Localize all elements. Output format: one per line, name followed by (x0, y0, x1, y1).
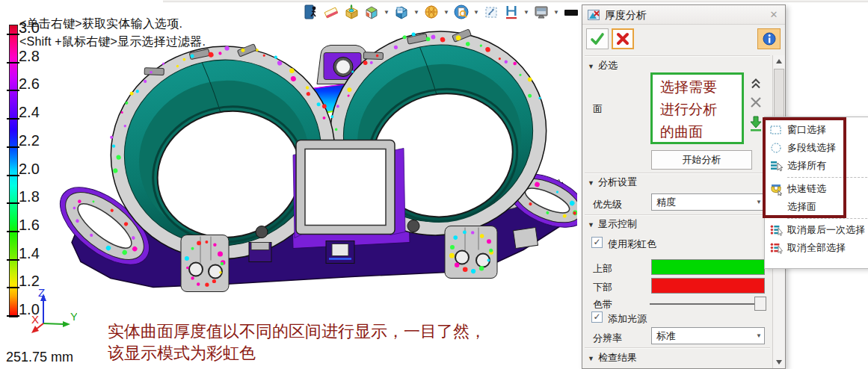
dropdown-arrow-icon[interactable]: ▼ (413, 3, 420, 21)
scroll-down-icon[interactable] (773, 356, 785, 368)
colorbar-tick (7, 175, 19, 176)
face-note-line-2: 进行分析 (660, 99, 742, 121)
section-display-control[interactable]: ▼显示控制 (588, 217, 637, 231)
band-label: 色带 (593, 298, 612, 311)
rainbow-checkbox-label: 使用彩虹色 (608, 238, 656, 251)
shaded-cube-icon[interactable] (363, 3, 381, 21)
separator (585, 214, 770, 216)
extrude-box-icon[interactable] (342, 3, 360, 21)
colorbar-label: 2.2 (19, 132, 55, 149)
colorbar-tick (7, 62, 19, 63)
cancel-x-icon (616, 32, 630, 46)
checkmark-icon: ✓ (593, 311, 600, 322)
collapse-triangle-icon: ▼ (588, 63, 594, 70)
colorbar-label: 2.0 (19, 161, 55, 178)
checkmark-icon: ✓ (593, 237, 600, 247)
exit-walk-icon[interactable] (302, 3, 320, 21)
light-checkbox-label: 添加光源 (608, 312, 647, 326)
rainbow-checkbox[interactable]: ✓ (591, 237, 603, 248)
fit-window-icon[interactable] (482, 3, 500, 21)
thickness-analysis-icon (588, 9, 600, 22)
view-toolbar: ▼ ▼ ▼ ▼ ▼ ▼ (302, 2, 582, 22)
section-analysis-settings[interactable]: ▼分析设置 (588, 176, 637, 189)
section-required[interactable]: ▼必选 (588, 59, 618, 72)
menu-highlight-annotation (763, 117, 846, 218)
undo-last-selection-icon (765, 223, 787, 237)
selection-options-icon[interactable] (748, 115, 763, 132)
info-icon (763, 32, 776, 46)
instrument-cluster-model (0, 0, 577, 344)
chevron-down-icon: ▼ (756, 194, 762, 210)
info-button[interactable] (757, 28, 781, 49)
application-window: <单击右键>获取实体输入选项. <Shift +鼠标右键>显示选择过滤器. 3.… (0, 0, 868, 369)
menu-separator (787, 218, 868, 219)
colorbar-label: 3.0 (19, 19, 55, 37)
priority-dropdown[interactable]: 精度 ▼ (651, 193, 765, 211)
band-slider-handle[interactable] (754, 297, 766, 311)
measure-distance-icon[interactable] (502, 3, 520, 21)
list-collapse-icon[interactable] (750, 78, 762, 90)
scroll-up-icon[interactable] (773, 55, 785, 67)
colorbar-label: 2.4 (19, 104, 55, 121)
undo-all-selection-icon (765, 241, 787, 255)
screw-boss (256, 226, 268, 238)
colorbar-tick (7, 287, 19, 288)
center-opening (296, 140, 395, 235)
annotation-line-2: 该显示模式为彩虹色 (108, 342, 486, 364)
upper-color-swatch[interactable] (651, 259, 765, 275)
resolution-label: 分辨率 (593, 332, 622, 345)
annotation-line-1: 实体曲面厚度值以不同的区间进行显示，一目了然， (108, 320, 486, 342)
colorbar-tick (7, 259, 19, 261)
colorbar-tick (7, 202, 19, 204)
viewport-3d[interactable]: <单击右键>获取实体输入选项. <Shift +鼠标右键>显示选择过滤器. 3.… (0, 0, 577, 369)
lower-label: 下部 (593, 281, 612, 294)
measurement-readout: 251.75 mm (6, 350, 73, 365)
wireframe-sphere-icon[interactable] (422, 3, 440, 21)
clear-selection-icon[interactable] (749, 96, 763, 109)
dropdown-arrow-icon[interactable]: ▼ (443, 3, 450, 21)
dropdown-arrow-icon[interactable]: ▼ (552, 3, 560, 21)
collapse-triangle-icon: ▼ (588, 179, 594, 187)
eraser-icon[interactable] (322, 3, 340, 21)
view-window-cube-icon[interactable] (393, 3, 410, 21)
face-label: 面 (593, 102, 603, 116)
ok-button[interactable] (586, 28, 609, 49)
light-checkbox[interactable]: ✓ (591, 311, 603, 323)
separator (585, 173, 770, 174)
colorbar-label: 1.8 (19, 188, 55, 205)
start-analysis-button[interactable]: 开始分析 (651, 150, 752, 170)
scrollbar-thumb[interactable] (774, 69, 784, 118)
minimized-bar-icon[interactable] (562, 3, 580, 21)
band-slider-track[interactable] (650, 303, 756, 305)
screw-boss (407, 220, 419, 232)
dropdown-arrow-icon[interactable]: ▼ (523, 3, 530, 21)
colorbar-tick (7, 90, 19, 91)
separator (585, 347, 770, 349)
cancel-button[interactable] (612, 28, 634, 49)
menu-item-undo-last-selection[interactable]: 取消最后一次选择 (765, 221, 868, 239)
section-check-results[interactable]: ▼检查结果 (588, 351, 637, 365)
close-icon[interactable]: ✕ (767, 8, 781, 22)
colorbar-label: 2.6 (19, 75, 55, 93)
dropdown-arrow-icon[interactable]: ▼ (383, 3, 390, 21)
dialog-titlebar[interactable]: 厚度分析 ✕ (582, 5, 785, 25)
colorbar-label: 2.8 (19, 48, 55, 65)
colorbar-tick (7, 231, 19, 232)
thickness-analysis-dialog: 厚度分析 ✕ ▼必选 面 开始分析 ▼分析设置 优先级 精度 (582, 4, 786, 369)
colorbar-tick (7, 118, 19, 120)
resolution-dropdown[interactable]: 标准 ▼ (651, 327, 765, 344)
right-foot (445, 226, 497, 279)
preview-magnifier-icon[interactable] (452, 3, 470, 21)
left-foot (181, 235, 229, 292)
lower-color-swatch[interactable] (651, 278, 765, 294)
face-note-line-3: 的曲面 (660, 121, 742, 143)
check-icon (590, 31, 605, 46)
separator (585, 55, 770, 57)
menu-item-undo-all-selection[interactable]: 取消全部选择 (765, 239, 868, 257)
display-monitor-icon[interactable] (532, 3, 550, 21)
colorbar-tick (7, 315, 19, 317)
y-axis-label: Y (70, 310, 77, 323)
priority-value: 精度 (656, 196, 676, 208)
colorbar-label: 1.0 (19, 301, 55, 318)
dropdown-arrow-icon[interactable]: ▼ (473, 3, 480, 21)
